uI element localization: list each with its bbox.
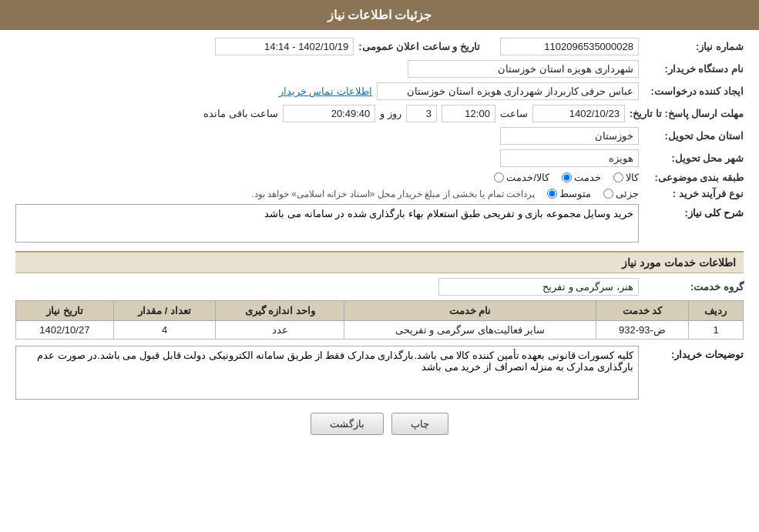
ejad-row: ایجاد کننده درخواست: عباس حرفی کاربرداز …: [15, 82, 744, 100]
nam-dastgah-row: نام دستگاه خریدار: شهرداری هویزه استان خ…: [15, 60, 744, 78]
tabagheh-label: طبقه بندی موضوعی:: [643, 172, 744, 183]
nam-dastgah-label: نام دستگاه خریدار:: [643, 63, 744, 75]
khadamat-header-label: اطلاعات خدمات مورد نیاز: [622, 256, 736, 269]
ostan-value: خوزستان: [500, 127, 639, 145]
shomara-row: شماره نیاز: 1102096535000028 تاریخ و ساع…: [15, 38, 744, 55]
mohlat-mande-label: ساعت باقی مانده: [203, 108, 278, 119]
shahr-label: شهر محل تحویل:: [643, 152, 744, 164]
shahr-value: هویزه: [500, 149, 639, 167]
shomara-value: 1102096535000028: [500, 38, 639, 55]
cell-kod_khedmat: ض-93-932: [596, 321, 688, 340]
cell-tarikh: 1402/10/27: [16, 321, 114, 340]
radio-kala-input[interactable]: [613, 172, 623, 182]
tozihaat-textarea[interactable]: [15, 346, 639, 400]
tabagheh-row: طبقه بندی موضوعی: کالا خدمت کالا/خدمت: [15, 172, 744, 183]
mohlat-roz: 3: [406, 105, 437, 122]
cell-nam_khedmat: سایر فعالیت‌های سرگرمی و تفریحی: [344, 321, 596, 340]
radio-jozei[interactable]: جزئی: [603, 188, 639, 199]
radio-motavaset-input[interactable]: [547, 189, 557, 199]
col-vahed: واحد اندازه گیری: [216, 301, 344, 321]
sharh-area: [15, 204, 639, 245]
col-tarikh: تاریخ نیاز: [16, 301, 114, 321]
radio-khedmat[interactable]: خدمت: [562, 172, 601, 183]
tarikh-value: 1402/10/19 - 14:14: [215, 38, 354, 55]
gorooh-value: هنر، سرگرمی و تفریح: [438, 278, 639, 296]
radio-kala-khedmat-input[interactable]: [494, 172, 504, 182]
khadamat-section-header: اطلاعات خدمات مورد نیاز: [15, 251, 744, 273]
services-table: ردیف کد خدمت نام خدمت واحد اندازه گیری ت…: [15, 300, 744, 340]
sharh-textarea[interactable]: [15, 204, 639, 243]
tarikh-label: تاریخ و ساعت اعلان عمومی:: [358, 41, 480, 52]
ejad-value: عباس حرفی کاربرداز شهرداری هویزه استان خ…: [377, 82, 639, 100]
farayand-label: نوع فرآیند خرید :: [643, 188, 744, 199]
mohlat-saat-label: ساعت: [500, 108, 528, 119]
mohlat-mande: 20:49:40: [283, 105, 375, 122]
print-button[interactable]: چاپ: [391, 413, 448, 435]
table-row: 1ض-93-932سایر فعالیت‌های سرگرمی و تفریحی…: [16, 321, 744, 340]
mohlat-date: 1402/10/23: [532, 105, 625, 122]
radio-kala-khedmat[interactable]: کالا/خدمت: [494, 172, 549, 183]
mohlat-label: مهلت ارسال پاسخ: تا تاریخ:: [630, 108, 744, 119]
ettelaat-link[interactable]: اطلاعات تماس خریدار: [279, 85, 372, 97]
radio-kala-khedmat-label: کالا/خدمت: [506, 172, 549, 183]
cell-radif: 1: [688, 321, 743, 340]
tozihaat-row: توضیحات خریدار:: [15, 346, 744, 402]
tozihaat-label: توضیحات خریدار:: [643, 346, 744, 360]
tozihaat-area: [15, 346, 639, 402]
page-header: جزئیات اطلاعات نیاز: [0, 0, 759, 30]
ostan-label: استان محل تحویل:: [643, 130, 744, 142]
col-kod: کد خدمت: [596, 301, 688, 321]
ostan-row: استان محل تحویل: خوزستان: [15, 127, 744, 145]
page-wrapper: جزئیات اطلاعات نیاز شماره نیاز: 11020965…: [0, 0, 759, 532]
radio-motavaset[interactable]: متوسط: [547, 188, 591, 199]
tabagheh-radio-group: کالا خدمت کالا/خدمت: [494, 172, 639, 183]
content-area: شماره نیاز: 1102096535000028 تاریخ و ساع…: [0, 30, 759, 443]
radio-khedmat-input[interactable]: [562, 172, 572, 182]
sharh-row: شرح کلی نیاز:: [15, 204, 744, 245]
gorooh-row: گروه خدمت: هنر، سرگرمی و تفریح: [15, 278, 744, 296]
ejad-label: ایجاد کننده درخواست:: [643, 85, 744, 97]
col-tedad: تعداد / مقدار: [113, 301, 216, 321]
gorooh-label: گروه خدمت:: [643, 281, 744, 293]
mohlat-row: مهلت ارسال پاسخ: تا تاریخ: 1402/10/23 سا…: [15, 105, 744, 122]
cell-vahed: عدد: [216, 321, 344, 340]
shomara-label: شماره نیاز:: [643, 41, 744, 52]
back-button[interactable]: بازگشت: [311, 413, 384, 435]
shahr-row: شهر محل تحویل: هویزه: [15, 149, 744, 167]
radio-motavaset-label: متوسط: [559, 188, 591, 199]
mohlat-saat: 12:00: [442, 105, 495, 122]
radio-jozei-label: جزئی: [616, 188, 639, 199]
radio-kala[interactable]: کالا: [613, 172, 639, 183]
farayand-radio-group: جزئی متوسط: [547, 188, 639, 199]
button-row: چاپ بازگشت: [15, 413, 744, 435]
radio-kala-label: کالا: [626, 172, 639, 183]
mohlat-roz-label: روز و: [380, 108, 401, 119]
radio-khedmat-label: خدمت: [574, 172, 601, 183]
col-radif: ردیف: [688, 301, 743, 321]
col-nam: نام خدمت: [344, 301, 596, 321]
farayand-row: نوع فرآیند خرید : جزئی متوسط پرداخت تمام…: [15, 188, 744, 199]
nam-dastgah-value: شهرداری هویزه استان خوزستان: [408, 60, 639, 78]
page-title: جزئیات اطلاعات نیاز: [327, 8, 432, 22]
radio-jozei-input[interactable]: [603, 189, 613, 199]
farayand-note: پرداخت تمام یا بخشی از مبلغ خریدار محل «…: [251, 189, 535, 199]
sharh-label: شرح کلی نیاز:: [643, 204, 744, 219]
cell-tedad: 4: [113, 321, 216, 340]
